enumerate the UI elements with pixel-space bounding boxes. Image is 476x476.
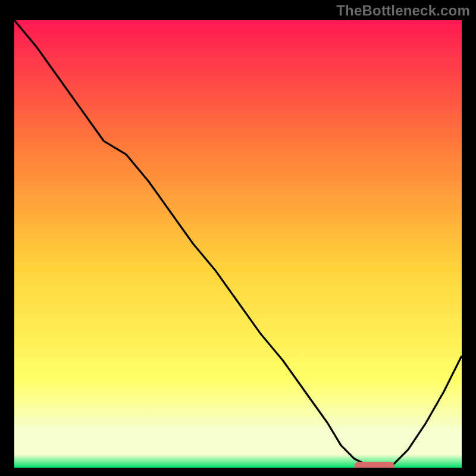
chart-canvas-wrap: TheBottleneck.com (0, 0, 476, 476)
optimal-marker (355, 462, 395, 468)
bottleneck-chart (14, 20, 462, 468)
gradient-background (14, 20, 462, 468)
watermark-text: TheBottleneck.com (336, 2, 470, 19)
